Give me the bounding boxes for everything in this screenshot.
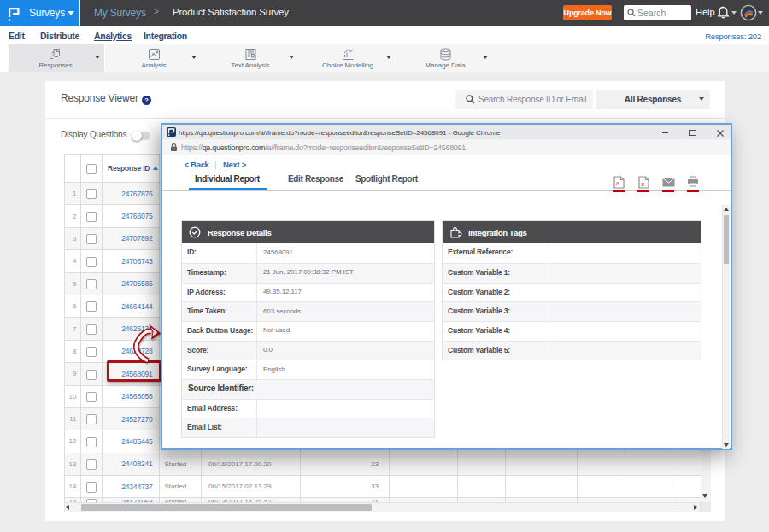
svg-text:x: x bbox=[641, 181, 644, 187]
svg-text:A: A bbox=[616, 181, 620, 186]
